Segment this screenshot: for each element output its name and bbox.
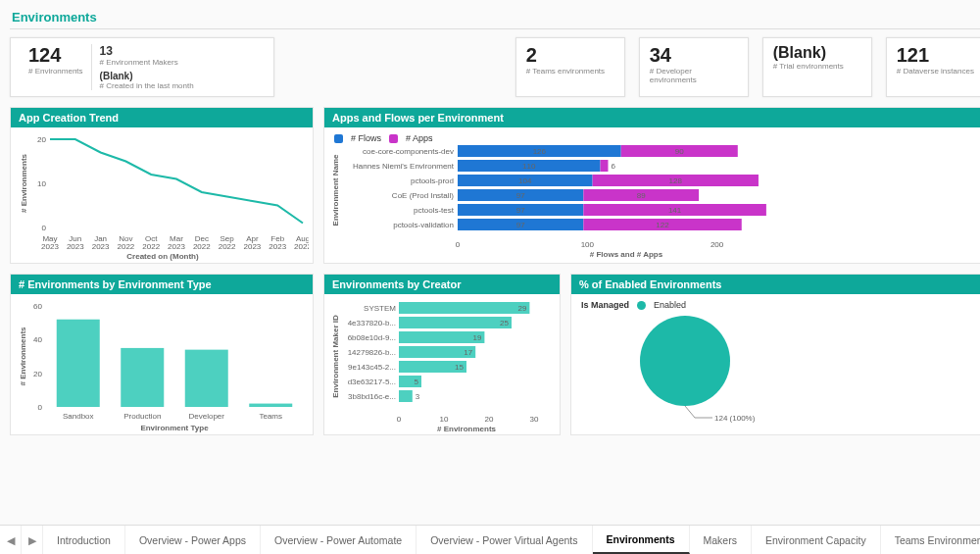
- kpi-label: # Trial environments: [773, 62, 861, 71]
- svg-text:2023: 2023: [41, 242, 59, 251]
- svg-text:Created on (Month): Created on (Month): [126, 252, 199, 261]
- kpi-label: # Dataverse instances: [897, 67, 980, 76]
- svg-rect-66: [57, 320, 100, 407]
- svg-text:126: 126: [533, 147, 547, 156]
- tab-makers[interactable]: Makers: [690, 526, 752, 554]
- svg-text:# Flows and # Apps: # Flows and # Apps: [590, 250, 663, 259]
- chart-legend: # Flows # Apps: [330, 133, 980, 143]
- tab-next-icon[interactable]: ▶: [22, 526, 43, 554]
- chart-pct-enabled[interactable]: % of Enabled Environments Is Managed Ena…: [570, 274, 980, 435]
- svg-text:3b8bd16c-e...: 3b8bd16c-e...: [348, 392, 396, 401]
- svg-text:Sandbox: Sandbox: [63, 412, 94, 421]
- svg-text:Environment Maker ID: Environment Maker ID: [331, 315, 340, 398]
- page-tabs: ◀ ▶ IntroductionOverview - Power AppsOve…: [0, 525, 980, 554]
- tab-overview-power-virtual-agents[interactable]: Overview - Power Virtual Agents: [416, 526, 592, 554]
- tab-environment-capacity[interactable]: Environment Capacity: [752, 526, 881, 554]
- kpi-value: (Blank): [773, 44, 861, 62]
- svg-text:0: 0: [42, 224, 47, 232]
- svg-text:141: 141: [668, 206, 682, 215]
- svg-text:89: 89: [637, 191, 646, 200]
- svg-text:2022: 2022: [142, 242, 160, 251]
- svg-text:97: 97: [516, 206, 525, 215]
- kpi-value: 34: [650, 44, 738, 67]
- tab-introduction[interactable]: Introduction: [43, 526, 125, 554]
- svg-rect-68: [121, 348, 164, 407]
- tab-overview-power-automate[interactable]: Overview - Power Automate: [261, 526, 416, 554]
- svg-text:2022: 2022: [193, 242, 211, 251]
- svg-text:5: 5: [415, 378, 419, 386]
- svg-rect-82: [399, 331, 484, 343]
- kpi-value: 121: [897, 44, 980, 67]
- kpi-card-environments[interactable]: 124 # Environments 13 # Environment Make…: [10, 37, 274, 97]
- chart-env-by-creator[interactable]: Environments by Creator 29SYSTEM254e3378…: [323, 274, 561, 435]
- svg-text:3: 3: [416, 392, 420, 401]
- svg-text:4e337820-b...: 4e337820-b...: [348, 319, 396, 327]
- kpi-value: 124: [28, 44, 83, 67]
- svg-text:Developer: Developer: [189, 412, 225, 421]
- kpi-card-teams[interactable]: 2 # Teams environments: [515, 37, 625, 97]
- svg-line-104: [685, 406, 695, 418]
- svg-text:Production: Production: [123, 412, 161, 421]
- svg-text:20: 20: [33, 370, 42, 378]
- kpi-label: # Environments: [28, 67, 83, 76]
- svg-text:SYSTEM: SYSTEM: [364, 304, 396, 313]
- svg-text:97: 97: [516, 191, 525, 200]
- tab-environments[interactable]: Environments: [593, 526, 690, 554]
- svg-text:19: 19: [472, 333, 481, 342]
- svg-rect-34: [601, 160, 609, 172]
- svg-rect-76: [399, 302, 529, 314]
- svg-text:Hannes Niemi's Environment: Hannes Niemi's Environment: [353, 162, 455, 171]
- svg-text:2023: 2023: [168, 242, 185, 251]
- report-main: Environments 124 # Environments 13 # Env…: [0, 0, 980, 554]
- kpi-label: # Teams environments: [526, 67, 614, 76]
- chart-apps-flows[interactable]: Apps and Flows per Environment # Flows #…: [323, 107, 980, 264]
- kpi-card-developer[interactable]: 34 # Developer environments: [639, 37, 749, 97]
- svg-text:20: 20: [37, 135, 46, 144]
- kpi-label: # Developer environments: [650, 67, 738, 84]
- svg-text:9e143c45-2...: 9e143c45-2...: [348, 363, 396, 372]
- page-title: Environments: [10, 6, 980, 29]
- svg-text:6: 6: [611, 162, 615, 171]
- svg-text:pctools-test: pctools-test: [414, 206, 455, 215]
- svg-text:CoE (Prod Install): CoE (Prod Install): [392, 191, 454, 200]
- kpi-row: 124 # Environments 13 # Environment Make…: [10, 37, 980, 97]
- svg-text:100: 100: [581, 240, 595, 249]
- svg-text:20: 20: [485, 415, 494, 424]
- chart-app-creation-trend[interactable]: App Creation Trend 01020May2023Jun2023Ja…: [10, 107, 314, 264]
- svg-text:0: 0: [397, 415, 402, 424]
- svg-text:2022: 2022: [219, 242, 236, 251]
- chart-legend: Is Managed Enabled: [577, 300, 980, 310]
- kpi-value: 2: [526, 44, 614, 67]
- svg-rect-94: [399, 390, 413, 402]
- svg-text:104: 104: [518, 176, 532, 185]
- svg-text:60: 60: [33, 302, 42, 311]
- svg-text:Teams: Teams: [259, 412, 282, 421]
- kpi-card-trial[interactable]: (Blank) # Trial environments: [762, 37, 872, 97]
- tab-teams-environments[interactable]: Teams Environments: [881, 526, 980, 554]
- svg-text:d3e63217-5...: d3e63217-5...: [348, 378, 396, 386]
- svg-text:200: 200: [710, 240, 724, 249]
- svg-text:2023: 2023: [67, 242, 84, 251]
- tab-prev-icon[interactable]: ◀: [0, 526, 22, 554]
- kpi-value: (Blank): [100, 71, 194, 81]
- svg-text:Environment Type: Environment Type: [140, 424, 209, 432]
- svg-text:17: 17: [464, 348, 472, 357]
- chart-title: % of Enabled Environments: [571, 275, 980, 294]
- svg-text:2023: 2023: [269, 242, 286, 251]
- svg-text:90: 90: [675, 147, 684, 156]
- svg-text:# Environments: # Environments: [20, 153, 28, 213]
- report-canvas: Environments 124 # Environments 13 # Env…: [0, 0, 980, 525]
- svg-text:10: 10: [37, 179, 46, 188]
- tab-overview-power-apps[interactable]: Overview - Power Apps: [125, 526, 261, 554]
- svg-rect-70: [185, 350, 228, 407]
- chart-env-by-type[interactable]: # Environments by Environment Type 02040…: [10, 274, 314, 435]
- kpi-value: 13: [100, 44, 194, 58]
- svg-text:128: 128: [669, 176, 683, 185]
- svg-text:2022: 2022: [294, 242, 309, 251]
- svg-text:6b08e10d-9...: 6b08e10d-9...: [348, 333, 396, 342]
- kpi-card-dataverse[interactable]: 121 # Dataverse instances: [886, 37, 980, 97]
- svg-text:25: 25: [500, 319, 509, 327]
- chart-title: # Environments by Environment Type: [11, 275, 313, 294]
- svg-text:0: 0: [38, 403, 43, 412]
- svg-text:15: 15: [455, 363, 464, 372]
